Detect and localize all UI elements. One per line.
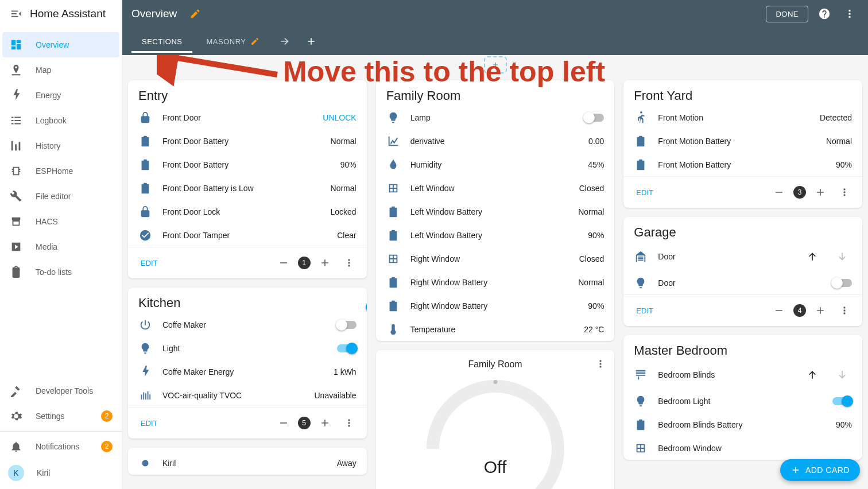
- card-menu-button[interactable]: [339, 253, 359, 273]
- entity-row[interactable]: Bedroom Blinds: [623, 360, 862, 389]
- cover-up-button[interactable]: [803, 365, 822, 385]
- tab-masonry[interactable]: MASONRY: [196, 30, 270, 53]
- entity-row[interactable]: Front Motion Battery90%: [623, 153, 862, 176]
- sidebar-item-user[interactable]: K Kiril: [0, 459, 122, 487]
- help-button[interactable]: [815, 5, 834, 23]
- entity-label: Front Motion Battery: [658, 137, 816, 146]
- entity-row[interactable]: derivative0.00: [376, 129, 615, 153]
- card-index-badge: 3: [793, 186, 806, 199]
- cover-down-button[interactable]: [832, 365, 852, 385]
- entity-row[interactable]: Front Door TamperClear: [128, 223, 367, 247]
- card-title: Kitchen: [138, 296, 180, 311]
- edit-title-button[interactable]: [186, 5, 204, 23]
- entity-row[interactable]: Front Door BatteryNormal: [128, 129, 367, 153]
- add-card-fab[interactable]: ADD CARD: [780, 459, 860, 481]
- sidebar-label: History: [36, 141, 61, 150]
- entity-row[interactable]: Bedroom Blinds Battery90%: [623, 413, 862, 436]
- entity-row[interactable]: Lamp: [376, 106, 615, 129]
- add-section-placeholder[interactable]: [484, 56, 507, 73]
- entity-row[interactable]: Bedroom Window: [623, 436, 862, 460]
- svg-line-0: [167, 56, 277, 75]
- add-column-button[interactable]: [811, 301, 830, 320]
- fab-label: ADD CARD: [805, 465, 850, 475]
- sidebar-item-history[interactable]: History: [0, 133, 122, 158]
- entity-row[interactable]: Front MotionDetected: [623, 106, 862, 129]
- menu-collapse-icon[interactable]: [9, 7, 23, 21]
- entity-row[interactable]: Coffe Maker Energy1 kWh: [128, 360, 367, 383]
- sidebar-label: Energy: [36, 91, 61, 100]
- tab-add-button[interactable]: [300, 36, 323, 47]
- sidebar-item-file-editor[interactable]: File editor: [0, 184, 122, 209]
- entity-row[interactable]: Coffe Maker: [128, 313, 367, 336]
- entity-value: 90%: [836, 160, 852, 169]
- entity-row[interactable]: Front Door Battery is LowNormal: [128, 176, 367, 200]
- entity-row[interactable]: Door: [623, 271, 862, 294]
- entity-row[interactable]: Front Door Battery90%: [128, 153, 367, 176]
- sidebar-item-energy[interactable]: Energy: [0, 83, 122, 108]
- sidebar-item-notifications[interactable]: Notifications 2: [0, 434, 122, 459]
- entity-toggle[interactable]: [832, 279, 852, 287]
- remove-column-button[interactable]: [274, 413, 293, 433]
- entity-toggle[interactable]: [584, 114, 604, 122]
- entity-row[interactable]: KirilAway: [128, 451, 367, 475]
- entity-row[interactable]: Right WindowClosed: [376, 247, 615, 270]
- entity-row[interactable]: Front DoorUNLOCK: [128, 106, 367, 129]
- sidebar-item-map[interactable]: Map: [0, 57, 122, 83]
- sidebar-item-logbook[interactable]: Logbook: [0, 108, 122, 133]
- entity-row[interactable]: Left Window BatteryNormal: [376, 200, 615, 223]
- sidebar-item-todo[interactable]: To-do lists: [0, 259, 122, 285]
- entity-row[interactable]: Front Motion BatteryNormal: [623, 129, 862, 153]
- edit-button[interactable]: EDIT: [136, 255, 162, 271]
- tab-move-right-button[interactable]: [273, 36, 296, 47]
- add-column-button[interactable]: [315, 253, 335, 273]
- sidebar-item-settings[interactable]: Settings 2: [0, 403, 122, 429]
- sidebar-item-hacs[interactable]: HACS: [0, 209, 122, 234]
- entity-row[interactable]: Door: [623, 242, 862, 271]
- sidebar-item-developer-tools[interactable]: Developer Tools: [0, 378, 122, 403]
- edit-button[interactable]: EDIT: [631, 303, 658, 319]
- entity-row[interactable]: Temperature22 °C: [376, 317, 615, 341]
- entity-row[interactable]: VOC-air-quality TVOCUnavailable: [128, 383, 367, 407]
- sidebar-item-overview[interactable]: Overview: [2, 32, 119, 57]
- entity-label: Left Window Battery: [410, 207, 568, 216]
- entity-label: Front Door Battery: [162, 160, 330, 169]
- edit-button[interactable]: EDIT: [631, 185, 658, 200]
- list-icon: [9, 114, 23, 127]
- more-button[interactable]: [840, 5, 859, 23]
- card-menu-button[interactable]: [835, 183, 854, 202]
- avatar: K: [8, 465, 24, 481]
- entity-row[interactable]: Front Door LockLocked: [128, 200, 367, 223]
- entity-toggle[interactable]: [337, 344, 356, 352]
- entity-row[interactable]: Left Window Battery90%: [376, 223, 615, 247]
- edit-button[interactable]: EDIT: [136, 416, 162, 431]
- tab-sections[interactable]: SECTIONS: [131, 30, 192, 53]
- done-button[interactable]: DONE: [766, 6, 808, 22]
- entity-row[interactable]: Right Window Battery90%: [376, 294, 615, 317]
- entity-row[interactable]: Humidity45%: [376, 153, 615, 176]
- remove-column-button[interactable]: [274, 253, 293, 273]
- card-menu-button[interactable]: [835, 301, 854, 320]
- sidebar-label: HACS: [36, 217, 58, 226]
- cover-down-button[interactable]: [832, 247, 852, 266]
- entity-row[interactable]: Right Window BatteryNormal: [376, 270, 615, 294]
- remove-column-button[interactable]: [769, 301, 789, 320]
- remove-column-button[interactable]: [769, 183, 789, 202]
- card-menu-button[interactable]: [339, 413, 359, 433]
- card-index-badge: 4: [793, 304, 806, 317]
- card-menu-button[interactable]: [595, 358, 606, 370]
- thermostat-title: Family Room: [468, 359, 522, 369]
- entity-toggle[interactable]: [832, 397, 852, 405]
- sidebar-item-esphome[interactable]: ESPHome: [0, 158, 122, 184]
- entity-row[interactable]: Light: [128, 336, 367, 360]
- card-master-bedroom: Master Bedroom Bedroom BlindsBedroom Lig…: [623, 335, 862, 460]
- add-column-button[interactable]: [811, 183, 830, 202]
- entity-value[interactable]: UNLOCK: [323, 113, 356, 122]
- sidebar-item-media[interactable]: Media: [0, 234, 122, 259]
- add-column-button[interactable]: [315, 413, 335, 433]
- entity-value: 0.00: [588, 137, 604, 146]
- entity-row[interactable]: Bedroom Light: [623, 389, 862, 413]
- entity-toggle[interactable]: [337, 321, 356, 329]
- thermostat-dial[interactable]: Off: [415, 374, 576, 489]
- entity-row[interactable]: Left WindowClosed: [376, 176, 615, 200]
- cover-up-button[interactable]: [803, 247, 822, 266]
